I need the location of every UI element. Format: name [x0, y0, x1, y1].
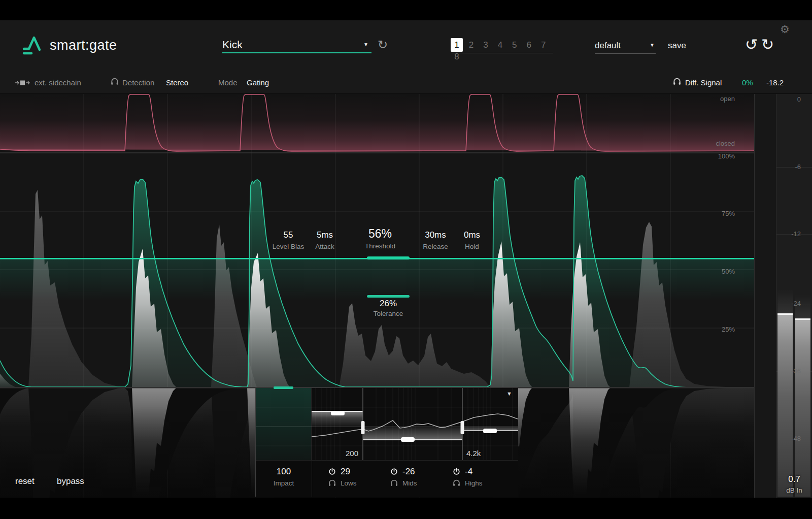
highs-gain-handle[interactable] — [483, 429, 497, 433]
mids-solo-headphone-icon[interactable] — [390, 479, 398, 486]
ext-sidechain-toggle[interactable]: ext. sidechain — [35, 78, 81, 87]
diff-signal-headphone-icon[interactable] — [673, 78, 681, 85]
preset-underline — [222, 52, 371, 53]
level-bias-label: Level Bias — [273, 243, 304, 250]
refresh-icon[interactable]: ↻ — [378, 38, 388, 52]
brand-logo-icon — [22, 33, 45, 57]
gear-icon[interactable]: ⚙ — [780, 23, 790, 36]
impact-value[interactable]: 100 — [256, 467, 312, 477]
meter-tick-36: -36 — [775, 367, 801, 375]
scale-100-label: 100% — [675, 152, 735, 160]
meter-readout-value: 0.7 — [776, 474, 812, 484]
hold-label: Hold — [464, 243, 480, 250]
meter-tick-24: -24 — [775, 300, 801, 307]
threshold-control[interactable]: 56% Threshold — [365, 227, 395, 250]
preset-slot-5[interactable]: 5 — [509, 40, 521, 50]
bank-underline — [595, 53, 656, 54]
tolerance-label: Tolerance — [357, 310, 420, 317]
meter-tick-12: -12 — [775, 230, 801, 238]
redo-icon[interactable]: ↻ — [761, 36, 774, 53]
meter-tick-0: 0 — [775, 95, 801, 103]
scale-closed-label: closed — [675, 140, 735, 147]
lows-label: Lows — [341, 479, 357, 487]
threshold-label: Threshold — [365, 242, 395, 250]
collapse-panel-icon[interactable]: ▼ — [506, 391, 512, 397]
lows-gain-handle[interactable] — [331, 411, 345, 415]
lows-power-icon[interactable] — [328, 468, 336, 475]
bypass-button[interactable]: bypass — [57, 476, 84, 486]
lows-gain-value[interactable]: 29 — [341, 467, 350, 476]
release-control[interactable]: 30ms Release — [423, 230, 448, 250]
scale-25-label: 25% — [675, 326, 735, 333]
display-top-divider — [0, 93, 812, 94]
preset-select[interactable]: Kick — [222, 39, 243, 51]
slot-underline — [452, 53, 553, 53]
hold-value[interactable]: 0ms — [464, 230, 480, 240]
highs-power-icon[interactable] — [453, 468, 460, 475]
sidechain-icon[interactable] — [15, 79, 32, 86]
meter-tick-48: -48 — [775, 435, 801, 442]
headphone-icon — [111, 78, 119, 85]
chevron-down-icon[interactable]: ▼ — [363, 42, 368, 47]
release-label: Release — [423, 243, 448, 250]
mode-value[interactable]: Gating — [247, 78, 269, 87]
top-black-bar — [0, 0, 812, 20]
low-crossover-handle[interactable] — [361, 421, 365, 434]
threshold-value[interactable]: 56% — [365, 227, 395, 241]
preset-slot-6[interactable]: 6 — [523, 40, 535, 50]
preset-slot-4[interactable]: 4 — [494, 40, 506, 50]
bottom-black-bar — [0, 498, 812, 519]
mids-power-icon[interactable] — [390, 468, 398, 475]
attack-control[interactable]: 5ms Attack — [315, 230, 334, 250]
detection-label: Detection — [122, 78, 154, 87]
high-crossover-handle[interactable] — [461, 421, 464, 434]
impact-label: Impact — [256, 479, 312, 487]
plugin-window: smart:gate Kick ▼ ↻ 1 2 3 4 5 6 7 8 defa… — [0, 0, 812, 519]
level-bias-control[interactable]: 55 Level Bias — [273, 230, 304, 250]
meter-tick-6: -6 — [775, 163, 801, 171]
preset-slot-3[interactable]: 3 — [480, 40, 492, 50]
highs-gain-value[interactable]: -4 — [465, 467, 472, 476]
mids-gain-handle[interactable] — [401, 437, 415, 442]
tolerance-value[interactable]: 26% — [367, 299, 410, 309]
meter-readout-unit: dB In — [776, 486, 812, 494]
preset-slot-8[interactable]: 8 — [451, 52, 463, 62]
highs-solo-headphone-icon[interactable] — [453, 479, 460, 486]
bank-chevron-down-icon[interactable]: ▼ — [650, 42, 655, 48]
lows-solo-headphone-icon[interactable] — [328, 479, 336, 486]
mids-label: Mids — [402, 479, 417, 487]
meter-bar-left — [777, 313, 793, 497]
threshold-drag-handle[interactable] — [367, 256, 410, 260]
scale-50-label: 50% — [675, 268, 735, 275]
hold-control[interactable]: 0ms Hold — [464, 230, 480, 250]
attack-label: Attack — [315, 243, 334, 250]
diff-signal-label: Diff. Signal — [685, 78, 722, 87]
reset-button[interactable]: reset — [15, 476, 35, 486]
tolerance-drag-handle[interactable] — [367, 295, 410, 298]
eq-column-divider — [312, 460, 312, 497]
eq-panel: 200 4.2k ▼ 100 Impact 29 Lows — [255, 387, 518, 497]
undo-icon[interactable]: ↺ — [745, 36, 758, 53]
preset-slot-2[interactable]: 2 — [465, 40, 477, 50]
level-bias-value[interactable]: 55 — [273, 230, 304, 240]
high-crossover-freq[interactable]: 4.2k — [466, 449, 481, 458]
highs-label: Highs — [465, 479, 483, 487]
meter-bar-right — [795, 318, 810, 497]
attack-value[interactable]: 5ms — [315, 230, 334, 240]
page-title: smart:gate — [50, 38, 117, 53]
scale-75-label: 75% — [675, 210, 735, 217]
mids-gain-value[interactable]: -26 — [402, 467, 415, 476]
mode-label: Mode — [218, 78, 238, 87]
threshold-slider-track[interactable] — [754, 94, 776, 498]
detection-value[interactable]: Stereo — [166, 78, 188, 87]
threshold-db-readout[interactable]: -18.2 — [766, 78, 784, 87]
save-button[interactable]: save — [668, 41, 686, 51]
preset-slot-bar: 1 2 3 4 5 6 7 8 — [451, 38, 557, 62]
preset-slot-1[interactable]: 1 — [451, 38, 463, 52]
release-value[interactable]: 30ms — [423, 230, 448, 240]
preset-slot-7[interactable]: 7 — [537, 40, 550, 50]
low-crossover-freq[interactable]: 200 — [312, 449, 358, 458]
scale-open-label: open — [675, 95, 735, 103]
bank-select[interactable]: default — [595, 41, 621, 51]
diff-signal-amount[interactable]: 0% — [742, 78, 753, 87]
